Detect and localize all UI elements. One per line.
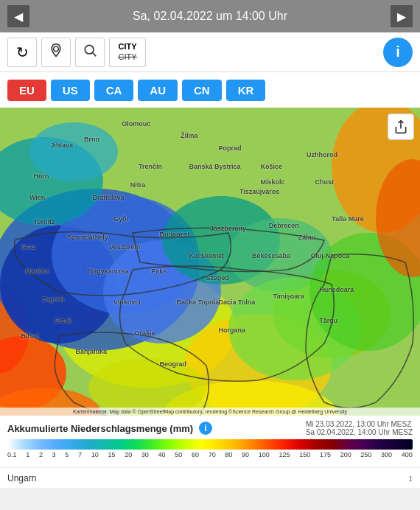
- city-label: CITY: [118, 42, 136, 52]
- info-button[interactable]: i: [383, 38, 413, 67]
- legend-label: 10: [91, 451, 99, 458]
- legend-labels: 0.11235710152030405060708090100125150175…: [7, 451, 413, 458]
- legend-label: 5: [65, 451, 69, 458]
- refresh-button[interactable]: ↻: [7, 38, 37, 67]
- map-container: OlomoucJihlavaBrnoŽilinaPopradHornTrenčí…: [0, 108, 420, 416]
- legend-label: 300: [381, 451, 392, 458]
- prev-button[interactable]: ◀: [7, 5, 29, 27]
- next-button[interactable]: ▶: [391, 5, 413, 27]
- toolbar: ↻ CITY CITY i: [0, 32, 420, 72]
- legend-label: 60: [192, 451, 199, 458]
- footer: Ungarn ↕: [0, 467, 420, 488]
- legend-label: 1: [26, 451, 29, 458]
- legend-label: 50: [175, 451, 182, 458]
- scroll-arrows: ↕: [408, 473, 413, 483]
- legend-label: 250: [360, 451, 371, 458]
- legend-bar: Akkumulierte Niederschlagsmenge (mm) i M…: [0, 416, 420, 467]
- header-title: Sa, 02.04.2022 um 14:00 Uhr: [133, 10, 287, 23]
- legend-label: 2: [39, 451, 43, 458]
- legend-label: 70: [209, 451, 216, 458]
- refresh-icon: ↻: [16, 43, 29, 61]
- svg-point-21: [29, 122, 118, 181]
- legend-label: 80: [225, 451, 232, 458]
- svg-line-2: [93, 53, 97, 57]
- search-icon: [83, 43, 97, 61]
- region-button-ca[interactable]: CA: [94, 80, 134, 101]
- legend-label: 20: [125, 451, 132, 458]
- legend-label: 100: [259, 451, 270, 458]
- legend-label: 90: [242, 451, 249, 458]
- svg-point-0: [54, 46, 59, 52]
- region-button-cn[interactable]: CN: [182, 80, 222, 101]
- legend-label: 40: [158, 451, 166, 458]
- search-button[interactable]: [75, 38, 105, 67]
- legend-label: 30: [141, 451, 149, 458]
- legend-label: 7: [78, 451, 82, 458]
- info-icon: i: [396, 43, 400, 60]
- legend-label: 200: [340, 451, 351, 458]
- map-share-button[interactable]: [388, 113, 414, 140]
- location-icon: [49, 43, 63, 61]
- location-button[interactable]: [41, 38, 71, 67]
- legend-label: 400: [402, 451, 413, 458]
- region-button-au[interactable]: AU: [138, 80, 178, 101]
- legend-label: 15: [108, 451, 115, 458]
- legend-title: Akkumulierte Niederschlagsmenge (mm): [7, 423, 193, 434]
- header: ◀ Sa, 02.04.2022 um 14:00 Uhr ▶: [0, 0, 420, 32]
- region-label: Ungarn: [7, 473, 36, 483]
- city-button[interactable]: CITY CITY: [109, 38, 146, 67]
- legend-gradient: [7, 439, 413, 450]
- region-button-us[interactable]: US: [51, 80, 90, 101]
- legend-info-button[interactable]: i: [199, 422, 212, 435]
- legend-dates: Mi 23.03.2022, 13:00 Uhr MESZ Sa 02.04.2…: [306, 420, 413, 436]
- legend-label: 150: [299, 451, 310, 458]
- region-button-eu[interactable]: EU: [7, 80, 46, 101]
- map-copyright: Kartenmaterial: Map data © OpenStreetMap…: [0, 408, 420, 416]
- city-label-crossed: CITY: [118, 52, 136, 62]
- region-button-kr[interactable]: KR: [226, 80, 266, 101]
- legend-label: 0.1: [7, 451, 17, 458]
- legend-label: 3: [52, 451, 56, 458]
- legend-label: 175: [320, 451, 331, 458]
- legend-label: 125: [279, 451, 290, 458]
- svg-point-1: [85, 45, 94, 54]
- region-bar: EUUSCAAUCNKR: [0, 72, 420, 108]
